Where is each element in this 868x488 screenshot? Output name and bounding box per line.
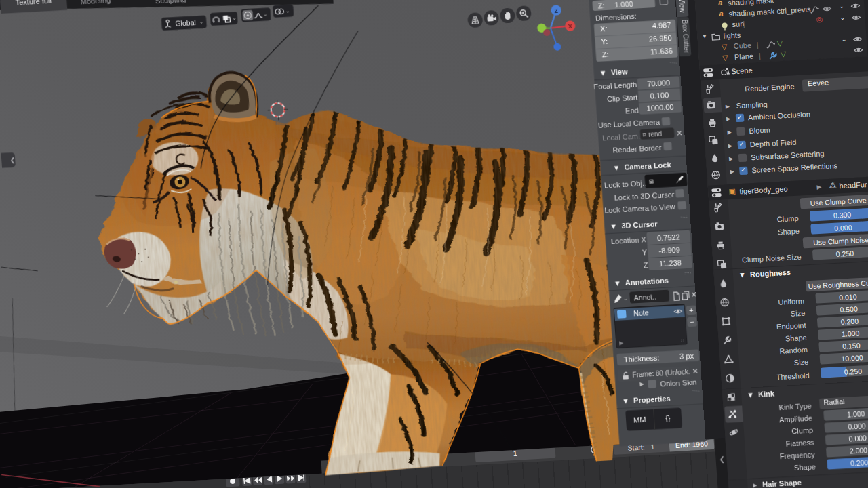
svg-text:X: X <box>568 22 572 29</box>
svg-text:Z: Z <box>554 7 559 14</box>
